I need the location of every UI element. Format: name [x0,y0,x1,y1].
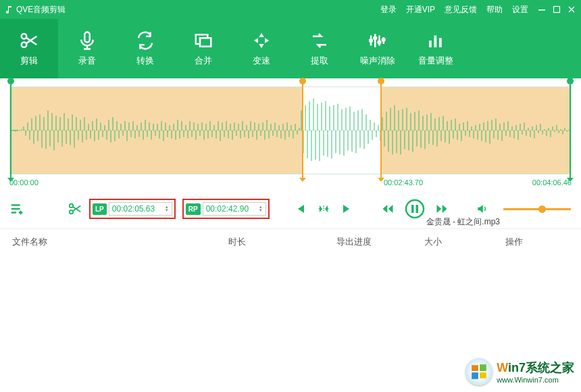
tool-speed-label: 变速 [253,55,270,67]
rp-time-box: RP 00:02:42.90 ▲▼ [182,199,270,219]
time-mid: 00:02:43.70 [384,178,423,187]
tool-convert[interactable]: 转换 [116,19,174,78]
go-end-icon[interactable] [341,203,353,215]
add-list-button[interactable] [9,201,24,216]
waveform-panel[interactable] [9,87,572,174]
spinner-icon[interactable]: ▲▼ [259,205,263,212]
volume-bars-icon [426,30,446,51]
svg-rect-6 [200,38,211,47]
tool-noise[interactable]: 噪声消除 [349,19,407,78]
current-filename: 金贵晟 - 虹之间.mp3 [426,216,500,228]
settings-link[interactable]: 设置 [512,4,528,16]
lp-time-input[interactable]: 00:02:05.63 ▲▼ [109,202,172,216]
watermark: Win7系统之家 www.Winwin7.com [465,358,574,385]
login-link[interactable]: 登录 [380,4,397,16]
tool-record[interactable]: 录音 [58,19,116,78]
noise-icon [368,30,388,51]
go-start-icon[interactable] [294,203,306,215]
watermark-url: www.Winwin7.com [497,376,574,384]
col-size: 大小 [424,236,505,248]
main-toolbar: 剪辑 录音 转换 合并 变速 提取 噪声消除 音量调整 [0,19,581,78]
minimize-icon[interactable] [538,5,546,14]
svg-point-9 [378,41,381,44]
col-duration: 时长 [228,236,336,248]
extract-icon [309,30,330,51]
col-ops: 操作 [505,236,569,248]
svg-rect-17 [411,205,414,213]
svg-rect-12 [434,36,437,48]
svg-rect-18 [415,205,418,213]
close-icon[interactable] [567,5,576,14]
svg-point-16 [406,200,424,218]
svg-point-7 [370,39,372,42]
marker-end[interactable] [570,80,571,179]
lp-chip[interactable]: LP [93,203,107,215]
maximize-icon[interactable] [553,5,561,14]
cut-button[interactable] [68,201,82,216]
svg-rect-22 [480,372,486,378]
tool-volume[interactable]: 音量调整 [407,19,465,78]
help-link[interactable]: 帮助 [486,4,503,16]
tool-noise-label: 噪声消除 [360,55,395,67]
rp-chip[interactable]: RP [186,203,201,215]
svg-rect-13 [439,38,442,47]
tool-volume-label: 音量调整 [418,55,453,67]
volume-icon[interactable] [476,203,488,215]
tool-speed[interactable]: 变速 [232,19,290,78]
col-progress: 导出进度 [336,236,424,248]
svg-point-8 [374,36,376,39]
rp-time-value: 00:02:42.90 [206,204,249,214]
music-note-icon [5,5,14,14]
window-title: QVE音频剪辑 [5,4,380,16]
trim-in-icon[interactable] [317,203,330,215]
svg-rect-4 [84,32,90,43]
app-title-text: QVE音频剪辑 [16,4,66,16]
merge-icon [193,30,213,51]
waveform-graphic [10,87,571,174]
svg-rect-20 [480,364,486,371]
lp-time-box: LP 00:02:05.63 ▲▼ [89,199,176,219]
tool-cut-label: 剪辑 [20,55,38,67]
tool-extract[interactable]: 提取 [290,19,349,78]
play-pause-button[interactable] [405,199,425,219]
svg-rect-1 [554,7,560,13]
svg-rect-19 [472,365,478,371]
file-table-header: 文件名称 时长 导出进度 大小 操作 [0,228,581,252]
feedback-link[interactable]: 意见反馈 [445,4,477,16]
lp-time-value: 00:02:05.63 [112,204,155,214]
convert-icon [135,30,155,51]
marker-start[interactable] [10,80,11,179]
tool-record-label: 录音 [78,55,96,67]
tool-extract-label: 提取 [311,55,328,67]
microphone-icon [77,30,97,51]
tool-merge[interactable]: 合并 [174,19,232,78]
tool-merge-label: 合并 [195,55,212,67]
scissors-icon [19,30,39,51]
svg-rect-11 [429,41,432,47]
time-end: 00:04:06.46 [532,178,572,187]
tool-convert-label: 转换 [136,55,154,67]
svg-rect-0 [538,9,545,11]
volume-slider[interactable] [503,208,571,210]
vip-link[interactable]: 开通VIP [406,4,435,16]
tool-cut[interactable]: 剪辑 [0,19,58,78]
svg-rect-21 [472,372,478,379]
forward-icon[interactable] [436,203,448,215]
marker-rp[interactable] [380,80,382,179]
spinner-icon[interactable]: ▲▼ [165,205,169,212]
speed-icon [251,30,272,51]
col-name: 文件名称 [12,236,228,248]
rewind-icon[interactable] [382,203,394,215]
rp-time-input[interactable]: 00:02:42.90 ▲▼ [203,202,266,216]
watermark-logo [465,358,492,385]
volume-knob[interactable] [538,205,546,213]
marker-lp[interactable] [302,80,303,179]
watermark-brand: Win7系统之家 [497,360,574,376]
svg-point-10 [382,39,385,41]
